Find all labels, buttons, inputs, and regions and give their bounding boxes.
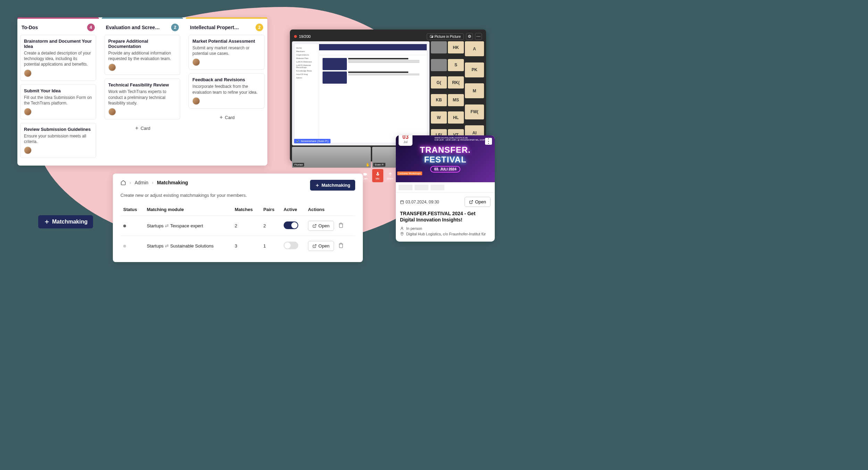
participant-tile[interactable]: G( (431, 76, 447, 89)
kanban-card[interactable]: Prepare Additional Documentation Provide… (105, 35, 181, 75)
th-pairs: Pairs (261, 203, 281, 216)
participant-count: 19/200 (299, 34, 311, 39)
svg-point-4 (401, 227, 403, 228)
participant-tile[interactable]: FW( (465, 104, 484, 119)
matches-cell: 3 (232, 236, 261, 256)
card-title: Feedback and Revisions (192, 77, 261, 82)
card-desc: Create a detailed description of your te… (24, 50, 92, 67)
card-title: Market Potential Assessment (192, 39, 261, 44)
kanban-card[interactable]: Feedback and Revisions Incorporate feedb… (189, 73, 265, 108)
trash-icon (338, 243, 344, 248)
plus-icon (315, 183, 320, 188)
column-count-badge: 2 (171, 24, 179, 31)
event-location: Digital Hub Logistics, c/o Fraunhofer-In… (406, 232, 486, 236)
add-card-label: Card (225, 115, 235, 120)
participant-tile[interactable]: RK( (448, 76, 464, 89)
participant-tile[interactable]: MS (448, 94, 464, 106)
matchmaking-float-button[interactable]: Matchmaking (38, 215, 93, 228)
card-desc: Work with TechTrans experts to conduct a… (108, 89, 177, 106)
pairs-cell: 2 (261, 216, 281, 236)
external-link-icon (312, 244, 317, 248)
pip-button[interactable]: Picture in Picture (427, 33, 464, 40)
add-card-button[interactable]: Card (189, 112, 265, 123)
table-row: Startups⇄Texspace expert 2 2 Open (120, 216, 355, 236)
more-button[interactable]: ⋯ (475, 33, 482, 40)
participant-tile[interactable]: HL (448, 111, 464, 124)
svg-rect-1 (432, 36, 433, 37)
kanban-card[interactable]: Review Submission Guidelines Ensure your… (20, 123, 96, 158)
participant-tile[interactable]: PK (465, 62, 484, 77)
status-dot (123, 245, 126, 247)
card-desc: Fill out the Idea Submission Form on the… (24, 95, 92, 106)
card-desc: Ensure your submission meets all criteri… (24, 133, 92, 144)
external-link-icon (469, 200, 473, 204)
active-toggle[interactable] (284, 221, 298, 229)
plus-icon (44, 219, 50, 225)
delete-button[interactable] (338, 244, 344, 249)
cam-button[interactable]: Cam (360, 169, 371, 182)
participant-tile[interactable]: HK (448, 41, 464, 53)
card-title: Prepare Additional Documentation (108, 39, 177, 49)
kanban-card[interactable]: Submit Your Idea Fill out the Idea Submi… (20, 84, 96, 119)
table-row: Startups⇄Sustainable Solutions 3 1 Open (120, 236, 355, 256)
svg-rect-3 (401, 201, 404, 204)
kanban-column-evaluation: Evaluation and Scree… 2 Prepare Addition… (102, 17, 183, 166)
avatar (108, 64, 116, 71)
participant-tile[interactable]: M (465, 83, 484, 98)
trash-icon (338, 223, 344, 228)
participant-tile[interactable]: A (465, 41, 484, 56)
card-desc: Provide any additional information reque… (108, 50, 177, 61)
event-open-button[interactable]: Open (465, 197, 491, 207)
delete-button[interactable] (338, 224, 344, 229)
avatar (24, 108, 32, 116)
mic-button[interactable]: Mic (372, 169, 383, 182)
swap-icon: ⇄ (165, 243, 169, 249)
share-button[interactable]: Share (385, 169, 396, 182)
column-count-badge: 2 (256, 24, 263, 31)
kanban-column-todos: To-Dos 4 Brainstorm and Document Your Id… (17, 17, 99, 166)
participant-tile[interactable] (431, 59, 447, 71)
participant-tile[interactable]: KB (431, 94, 447, 106)
screenshare-label: 🔊Screenshare (Sven P.) (294, 139, 331, 143)
dots-vertical-icon: ⋮ (485, 137, 492, 144)
svg-point-5 (402, 233, 403, 234)
mic-off-icon (375, 172, 380, 177)
column-count-badge: 4 (87, 24, 95, 31)
kanban-card[interactable]: Technical Feasibility Review Work with T… (105, 78, 181, 119)
add-card-button[interactable]: Card (105, 123, 181, 134)
kanban-card[interactable]: Market Potential Assessment Submit any m… (189, 35, 265, 70)
settings-button[interactable]: ⚙ (466, 33, 473, 40)
location-icon (400, 232, 404, 236)
event-datetime: 03.07.2024, 09:30 (406, 200, 439, 204)
kanban-card[interactable]: Brainstorm and Document Your Idea Create… (20, 35, 96, 81)
participant-tile[interactable]: W (431, 111, 447, 124)
th-matches: Matches (232, 203, 261, 216)
card-desc: Incorporate feedback from the evaluation… (192, 84, 261, 95)
date-badge: 03 Jul (399, 135, 412, 146)
hero-title-2: FESTIVAL (424, 155, 466, 165)
participant-tile[interactable]: S (448, 59, 464, 71)
hero-title-1: TRANSFER. (420, 145, 470, 155)
pip-icon (430, 35, 433, 38)
participant-tile[interactable] (431, 41, 447, 53)
plus-icon (134, 126, 139, 131)
card-title: Review Submission Guidelines (24, 127, 92, 132)
open-button[interactable]: Open (308, 221, 334, 231)
module-cell: Startups⇄Sustainable Solutions (144, 236, 232, 256)
admin-subtitle: Create new or adjust existing matchmakin… (120, 193, 355, 198)
column-title: Evaluation and Scree… (106, 25, 160, 30)
open-button[interactable]: Open (308, 241, 334, 251)
hero-date: 03. JULI 2024 (430, 166, 460, 173)
card-title: Brainstorm and Document Your Idea (24, 39, 92, 49)
card-desc: Submit any market research or potential … (192, 45, 261, 56)
dots-icon: ⋯ (476, 34, 481, 39)
breadcrumb-admin[interactable]: Admin (135, 180, 149, 185)
th-status: Status (120, 203, 144, 216)
camera-feed[interactable]: Florian ✋ (292, 147, 371, 168)
active-toggle[interactable] (284, 242, 298, 249)
home-icon[interactable] (120, 180, 126, 185)
participant-grid: HK S G( RK( KB MS W HL LF( VT (431, 41, 464, 145)
event-more-button[interactable]: ⋮ (485, 138, 492, 145)
kanban-board: To-Dos 4 Brainstorm and Document Your Id… (17, 17, 267, 166)
share-icon (388, 172, 393, 177)
